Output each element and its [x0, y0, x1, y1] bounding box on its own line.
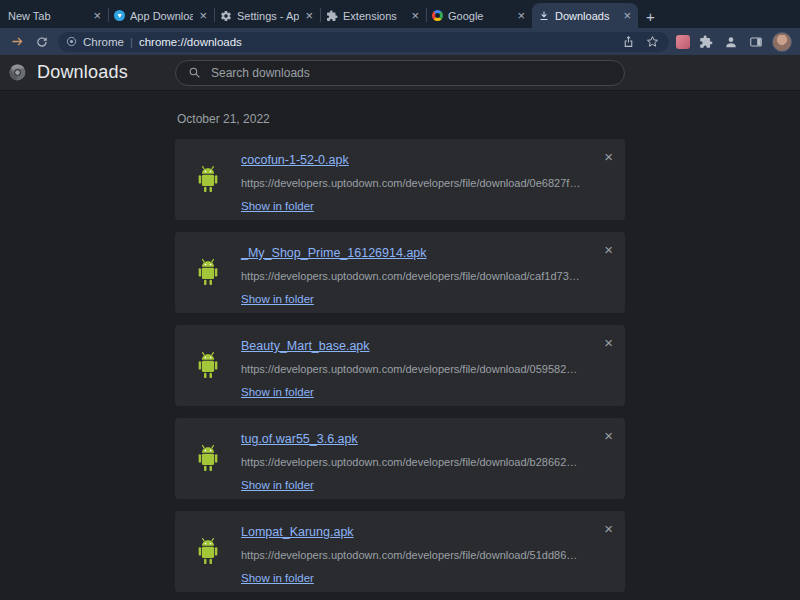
download-item-details: tug.of.war55_3.6.apk https://developers.…	[241, 418, 625, 493]
browser-toolbar: Chrome | chrome://downloads	[0, 28, 800, 55]
download-file-link[interactable]: Beauty_Mart_base.apk	[241, 339, 370, 353]
downloads-page: October 21, 2022	[0, 91, 800, 600]
google-favicon-icon	[432, 10, 443, 21]
date-header: October 21, 2022	[177, 112, 625, 126]
apk-android-icon	[175, 325, 241, 406]
tab-strip: New Tab × ▾ App Downloads fo × Settings …	[0, 0, 800, 28]
uptodown-favicon-icon: ▾	[114, 10, 125, 21]
share-button[interactable]	[619, 33, 637, 51]
profile-person-button[interactable]	[722, 33, 740, 51]
download-source-url: https://developers.uptodown.com/develope…	[241, 270, 581, 282]
remove-download-button[interactable]: ×	[602, 147, 615, 166]
remove-download-button[interactable]: ×	[602, 240, 615, 259]
extension-avatar-icon[interactable]	[676, 35, 690, 49]
download-source-url: https://developers.uptodown.com/develope…	[241, 177, 581, 189]
tab-label: Settings - Appearan	[237, 10, 299, 22]
tab-close-icon[interactable]: ×	[622, 9, 632, 22]
gear-icon	[220, 10, 232, 22]
download-file-link[interactable]: tug.of.war55_3.6.apk	[241, 432, 358, 446]
tab-close-icon[interactable]: ×	[516, 9, 526, 22]
tab-google[interactable]: Google ×	[426, 3, 532, 28]
search-icon	[188, 66, 201, 79]
download-file-link[interactable]: Lompat_Karung.apk	[241, 525, 354, 539]
apk-android-icon	[175, 418, 241, 499]
tab-settings[interactable]: Settings - Appearan ×	[214, 3, 320, 28]
apk-android-icon	[175, 139, 241, 220]
download-item: _My_Shop_Prime_16126914.apk https://deve…	[175, 232, 625, 313]
tab-close-icon[interactable]: ×	[304, 9, 314, 22]
show-in-folder-link[interactable]: Show in folder	[241, 293, 314, 305]
new-tab-button[interactable]: +	[646, 9, 655, 24]
remove-download-button[interactable]: ×	[602, 333, 615, 352]
site-chip-icon	[66, 36, 77, 47]
tab-extensions[interactable]: Extensions ×	[320, 3, 426, 28]
omnibox-separator: |	[130, 36, 133, 48]
download-item: cocofun-1-52-0.apk https://developers.up…	[175, 139, 625, 220]
download-source-url: https://developers.uptodown.com/develope…	[241, 456, 581, 468]
search-input[interactable]	[209, 65, 612, 81]
download-file-link[interactable]: cocofun-1-52-0.apk	[241, 153, 349, 167]
tab-downloads[interactable]: Downloads ×	[532, 3, 638, 28]
site-label: Chrome	[83, 36, 124, 48]
puzzle-icon	[326, 10, 338, 22]
tab-label: Extensions	[343, 10, 405, 22]
tab-label: App Downloads fo	[130, 10, 193, 22]
show-in-folder-link[interactable]: Show in folder	[241, 572, 314, 584]
show-in-folder-link[interactable]: Show in folder	[241, 200, 314, 212]
remove-download-button[interactable]: ×	[602, 426, 615, 445]
downloads-search[interactable]	[175, 60, 625, 86]
download-item-details: Beauty_Mart_base.apk https://developers.…	[241, 325, 625, 400]
apk-android-icon	[175, 511, 241, 592]
chrome-logo-icon	[8, 63, 27, 82]
show-in-folder-link[interactable]: Show in folder	[241, 479, 314, 491]
download-item: Lompat_Karung.apk https://developers.upt…	[175, 511, 625, 592]
tab-label: Google	[448, 10, 511, 22]
tab-new-tab[interactable]: New Tab ×	[2, 3, 108, 28]
downloads-header: Downloads	[0, 55, 800, 91]
download-item-details: Lompat_Karung.apk https://developers.upt…	[241, 511, 625, 586]
forward-arrow-button[interactable]	[8, 33, 26, 51]
account-avatar[interactable]	[772, 32, 792, 52]
download-item-details: _My_Shop_Prime_16126914.apk https://deve…	[241, 232, 625, 307]
download-item: Beauty_Mart_base.apk https://developers.…	[175, 325, 625, 406]
tab-label: New Tab	[8, 10, 87, 22]
show-in-folder-link[interactable]: Show in folder	[241, 386, 314, 398]
tab-close-icon[interactable]: ×	[92, 9, 102, 22]
downloads-list: cocofun-1-52-0.apk https://developers.up…	[175, 139, 625, 592]
side-panel-button[interactable]	[747, 33, 765, 51]
url-text: chrome://downloads	[139, 36, 242, 48]
download-source-url: https://developers.uptodown.com/develope…	[241, 549, 581, 561]
download-item-details: cocofun-1-52-0.apk https://developers.up…	[241, 139, 625, 214]
tab-app-downloads[interactable]: ▾ App Downloads fo ×	[108, 3, 214, 28]
apk-android-icon	[175, 232, 241, 313]
download-file-link[interactable]: _My_Shop_Prime_16126914.apk	[241, 246, 427, 260]
download-item: tug.of.war55_3.6.apk https://developers.…	[175, 418, 625, 499]
extensions-puzzle-button[interactable]	[697, 33, 715, 51]
tab-label: Downloads	[555, 10, 617, 22]
bookmark-star-button[interactable]	[643, 33, 661, 51]
page-title: Downloads	[37, 62, 128, 83]
download-icon	[538, 10, 550, 22]
tab-close-icon[interactable]: ×	[410, 9, 420, 22]
tab-close-icon[interactable]: ×	[198, 9, 208, 22]
reload-button[interactable]	[33, 33, 51, 51]
browser-window: New Tab × ▾ App Downloads fo × Settings …	[0, 0, 800, 600]
download-source-url: https://developers.uptodown.com/develope…	[241, 363, 581, 375]
remove-download-button[interactable]: ×	[602, 519, 615, 538]
address-bar[interactable]: Chrome | chrome://downloads	[58, 32, 669, 52]
